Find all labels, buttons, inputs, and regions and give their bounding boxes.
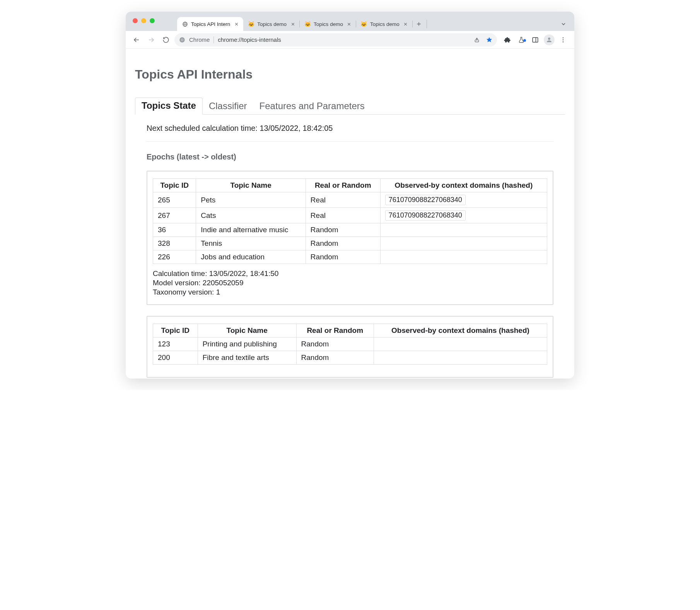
divider xyxy=(147,141,553,142)
omnibox[interactable]: Chrome chrome://topics-internals xyxy=(174,33,497,46)
tab-separator xyxy=(427,20,427,28)
topic-kind: Random xyxy=(306,250,380,264)
close-tab-icon[interactable] xyxy=(290,21,296,27)
minimize-window-button[interactable] xyxy=(141,18,146,23)
browser-tab[interactable]: 🐱Topics demo xyxy=(356,17,413,31)
side-panel-icon[interactable] xyxy=(529,33,542,46)
table-row: 267CatsReal7610709088227068340 xyxy=(153,208,547,223)
tab-classifier[interactable]: Classifier xyxy=(203,98,253,115)
omnibox-separator xyxy=(213,36,214,43)
browser-tab[interactable]: 🐱Topics demo xyxy=(243,17,300,31)
calc-time-line: Calculation time: 13/05/2022, 18:41:50 xyxy=(153,269,547,278)
topic-hash-cell xyxy=(380,250,547,264)
epochs-heading: Epochs (latest -> oldest) xyxy=(147,152,553,161)
topic-hash-cell: 7610709088227068340 xyxy=(380,208,547,223)
omnibox-url: chrome://topics-internals xyxy=(218,36,468,43)
share-icon[interactable] xyxy=(471,34,482,45)
next-calc-line: Next scheduled calculation time: 13/05/2… xyxy=(147,124,553,133)
epoch-box: Topic IDTopic NameReal or RandomObserved… xyxy=(147,171,553,305)
window-controls xyxy=(133,18,155,23)
next-calc-label: Next scheduled calculation time: xyxy=(147,124,258,132)
cat-icon: 🐱 xyxy=(361,21,367,27)
topic-kind: Random xyxy=(306,223,380,237)
browser-tab[interactable]: 🐱Topics demo xyxy=(300,17,356,31)
table-row: 226Jobs and educationRandom xyxy=(153,250,547,264)
cat-icon: 🐱 xyxy=(248,21,254,27)
extensions-icon[interactable] xyxy=(501,33,514,46)
omnibox-prefix: Chrome xyxy=(189,36,210,43)
bookmark-star-icon[interactable] xyxy=(484,34,495,45)
reload-button[interactable] xyxy=(160,34,172,46)
tab-overflow-button[interactable] xyxy=(557,18,570,30)
topic-id: 226 xyxy=(153,250,196,264)
hash-chip: 7610709088227068340 xyxy=(385,210,466,221)
tab-topics-state[interactable]: Topics State xyxy=(135,98,203,115)
topic-name: Tennis xyxy=(196,237,306,250)
toolbar: Chrome chrome://topics-internals xyxy=(126,31,574,49)
menu-icon[interactable] xyxy=(557,33,570,46)
page-tabs: Topics State Classifier Features and Par… xyxy=(135,97,565,115)
model-version-line: Model version: 2205052059 xyxy=(153,279,547,287)
globe-icon xyxy=(182,21,188,27)
browser-tab-title: Topics API Intern xyxy=(191,21,230,27)
topic-kind: Random xyxy=(306,237,380,250)
svg-point-17 xyxy=(181,39,183,41)
topic-name: Printing and publishing xyxy=(198,338,296,351)
table-row: 200Fibre and textile artsRandom xyxy=(153,351,547,365)
topic-hash-cell xyxy=(374,351,547,365)
topic-hash-cell: 7610709088227068340 xyxy=(380,192,547,208)
close-window-button[interactable] xyxy=(133,18,138,23)
table-header: Real or Random xyxy=(306,179,380,192)
close-tab-icon[interactable] xyxy=(403,21,409,27)
tab-features-parameters[interactable]: Features and Parameters xyxy=(253,98,371,115)
browser-window: Topics API Intern🐱Topics demo🐱Topics dem… xyxy=(126,12,574,379)
toolbar-icons xyxy=(501,33,570,46)
table-header: Topic ID xyxy=(153,179,196,192)
tab-strip: Topics API Intern🐱Topics demo🐱Topics dem… xyxy=(177,17,571,31)
back-button[interactable] xyxy=(130,34,143,46)
omnibox-actions xyxy=(471,34,495,45)
close-tab-icon[interactable] xyxy=(233,21,239,27)
new-tab-button[interactable] xyxy=(413,18,425,30)
topic-name: Indie and alternative music xyxy=(196,223,306,237)
browser-tab-title: Topics demo xyxy=(257,21,287,27)
epoch-box: Topic IDTopic NameReal or RandomObserved… xyxy=(147,316,553,378)
browser-tab[interactable]: Topics API Intern xyxy=(177,17,243,31)
table-header: Observed-by context domains (hashed) xyxy=(374,324,547,338)
taxonomy-version-line: Taxonomy version: 1 xyxy=(153,288,547,296)
close-tab-icon[interactable] xyxy=(346,21,352,27)
next-calc-value: 13/05/2022, 18:42:05 xyxy=(260,124,333,132)
topics-table: Topic IDTopic NameReal or RandomObserved… xyxy=(153,178,547,264)
table-row: 265PetsReal7610709088227068340 xyxy=(153,192,547,208)
forward-button[interactable] xyxy=(145,34,157,46)
table-row: 123Printing and publishingRandom xyxy=(153,338,547,351)
topic-hash-cell xyxy=(374,338,547,351)
topic-id: 267 xyxy=(153,208,196,223)
topic-name: Cats xyxy=(196,208,306,223)
hash-chip: 7610709088227068340 xyxy=(385,195,466,205)
topic-id: 36 xyxy=(153,223,196,237)
topics-table: Topic IDTopic NameReal or RandomObserved… xyxy=(153,324,547,365)
topics-state-section: Next scheduled calculation time: 13/05/2… xyxy=(135,115,565,378)
svg-point-25 xyxy=(563,41,564,42)
topic-hash-cell xyxy=(380,223,547,237)
table-header: Real or Random xyxy=(296,324,374,338)
topic-name: Fibre and textile arts xyxy=(198,351,296,365)
table-header: Topic ID xyxy=(153,324,198,338)
topic-id: 123 xyxy=(153,338,198,351)
topic-id: 265 xyxy=(153,192,196,208)
chrome-icon xyxy=(179,37,185,43)
page-title: Topics API Internals xyxy=(135,67,565,82)
svg-rect-20 xyxy=(533,38,538,42)
table-header: Topic Name xyxy=(196,179,306,192)
table-row: 36Indie and alternative musicRandom xyxy=(153,223,547,237)
page-content: Topics API Internals Topics State Classi… xyxy=(126,49,574,379)
cat-icon: 🐱 xyxy=(304,21,311,27)
table-row: 328TennisRandom xyxy=(153,237,547,250)
titlebar: Topics API Intern🐱Topics demo🐱Topics dem… xyxy=(126,12,574,31)
topic-kind: Random xyxy=(296,351,374,365)
labs-icon[interactable] xyxy=(515,33,528,46)
topic-name: Jobs and education xyxy=(196,250,306,264)
profile-avatar[interactable] xyxy=(543,33,556,46)
maximize-window-button[interactable] xyxy=(150,18,155,23)
